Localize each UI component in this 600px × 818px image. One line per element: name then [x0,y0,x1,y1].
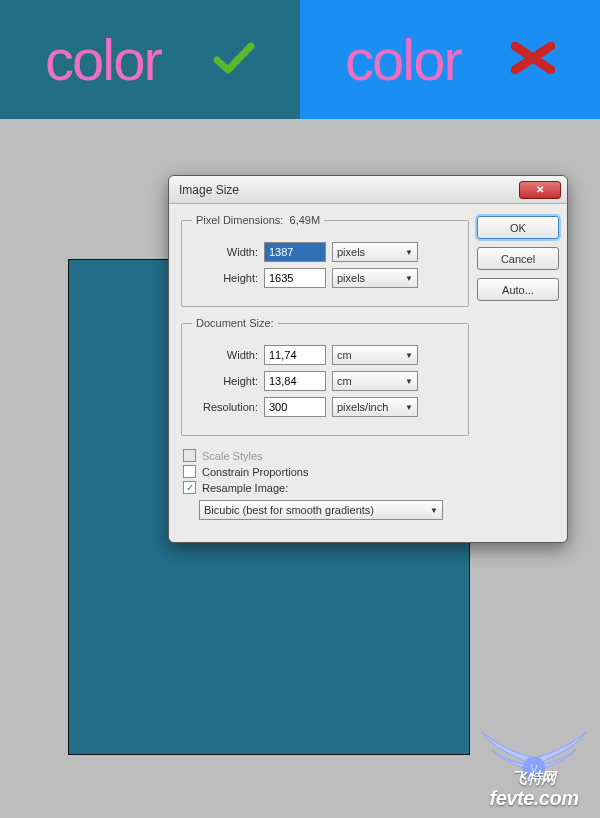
doc-width-unit-select[interactable]: cm ▼ [332,345,418,365]
image-size-dialog: Image Size ✕ Pixel Dimensions: 6,49M Wid… [168,175,568,543]
banner-left: color [0,0,300,119]
document-size-legend: Document Size: [192,317,278,329]
pixel-dimensions-legend: Pixel Dimensions: 6,49M [192,214,324,226]
close-button[interactable]: ✕ [519,181,561,199]
resample-label: Resample Image: [202,482,288,494]
resample-method-row: Bicubic (best for smooth gradients) ▼ [199,500,469,520]
resolution-row: Resolution: pixels/inch ▼ [192,397,458,417]
pixel-width-row: Width: pixels ▼ [192,242,458,262]
pixel-height-row: Height: pixels ▼ [192,268,458,288]
dialog-left-column: Pixel Dimensions: 6,49M Width: pixels ▼ … [181,214,469,532]
banner-left-text: color [45,26,161,93]
ok-button[interactable]: OK [477,216,559,239]
doc-height-unit-select[interactable]: cm ▼ [332,371,418,391]
doc-width-label: Width: [192,349,258,361]
doc-height-input[interactable] [264,371,326,391]
check-icon [211,36,255,84]
scale-styles-row[interactable]: Scale Styles [183,449,469,462]
dialog-button-column: OK Cancel Auto... [477,214,559,532]
pixel-height-unit-select[interactable]: pixels ▼ [332,268,418,288]
chevron-down-icon: ▼ [405,274,413,283]
resample-checkbox[interactable]: ✓ [183,481,196,494]
constrain-checkbox[interactable] [183,465,196,478]
scale-styles-checkbox[interactable] [183,449,196,462]
pixel-dimensions-group: Pixel Dimensions: 6,49M Width: pixels ▼ … [181,214,469,307]
chevron-down-icon: ▼ [405,403,413,412]
options-block: Scale Styles Constrain Proportions ✓ Res… [181,446,469,526]
resolution-input[interactable] [264,397,326,417]
dialog-titlebar[interactable]: Image Size ✕ [169,176,567,204]
scale-styles-label: Scale Styles [202,450,263,462]
doc-width-row: Width: cm ▼ [192,345,458,365]
color-banner: color color [0,0,600,119]
pixel-width-unit-select[interactable]: pixels ▼ [332,242,418,262]
dialog-body: Pixel Dimensions: 6,49M Width: pixels ▼ … [169,204,567,542]
watermark-url: fevte.com [476,787,592,810]
resample-method-select[interactable]: Bicubic (best for smooth gradients) ▼ [199,500,443,520]
watermark-logo: V fevte.com 飞特网 [476,722,592,812]
chevron-down-icon: ▼ [405,377,413,386]
close-icon: ✕ [536,184,544,195]
x-icon [511,42,555,78]
banner-right-text: color [345,26,461,93]
pixel-height-label: Height: [192,272,258,284]
chevron-down-icon: ▼ [430,506,438,515]
document-size-group: Document Size: Width: cm ▼ Height: cm ▼ [181,317,469,436]
chevron-down-icon: ▼ [405,351,413,360]
doc-height-row: Height: cm ▼ [192,371,458,391]
cancel-button[interactable]: Cancel [477,247,559,270]
watermark-brand: 飞特网 [476,769,592,788]
pixel-dimensions-size: 6,49M [290,214,321,226]
resample-row[interactable]: ✓ Resample Image: [183,481,469,494]
resolution-label: Resolution: [192,401,258,413]
constrain-row[interactable]: Constrain Proportions [183,465,469,478]
pixel-width-input[interactable] [264,242,326,262]
doc-width-input[interactable] [264,345,326,365]
banner-right: color [300,0,600,119]
resolution-unit-select[interactable]: pixels/inch ▼ [332,397,418,417]
constrain-label: Constrain Proportions [202,466,308,478]
doc-height-label: Height: [192,375,258,387]
chevron-down-icon: ▼ [405,248,413,257]
auto-button[interactable]: Auto... [477,278,559,301]
dialog-title: Image Size [179,183,519,197]
pixel-height-input[interactable] [264,268,326,288]
pixel-width-label: Width: [192,246,258,258]
